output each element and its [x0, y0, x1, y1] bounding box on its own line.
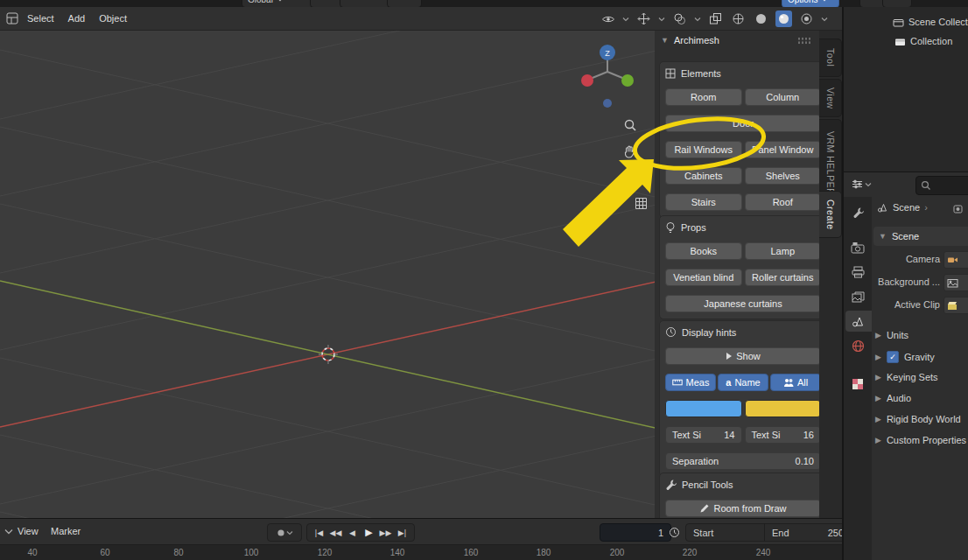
props-title: Props	[681, 222, 706, 233]
tab-create[interactable]: Create	[819, 191, 842, 238]
scene-collection-row[interactable]: Scene Collection	[893, 17, 968, 27]
panel-window-button[interactable]: Panel Window	[745, 141, 820, 158]
japanese-curtains-button[interactable]: Japanese curtains	[665, 295, 819, 312]
door-button[interactable]: Door	[665, 115, 819, 132]
zoom-tool-icon[interactable]	[621, 116, 638, 133]
shading-rendered-icon[interactable]	[798, 10, 815, 27]
render-properties-tab[interactable]	[850, 240, 866, 256]
pencil-icon	[699, 503, 710, 514]
viewport-3d[interactable]: Select Add Object	[0, 7, 842, 518]
venetian-blind-button[interactable]: Venetian blind	[665, 269, 742, 286]
play-button[interactable]: ▶	[361, 525, 377, 540]
gravity-subpanel[interactable]: ▶ ✓ Gravity	[875, 351, 935, 363]
move-view-hand-icon[interactable]	[621, 143, 638, 159]
current-frame-field[interactable]: 1	[600, 523, 671, 542]
auto-keying-button[interactable]	[267, 523, 302, 542]
editor-type-icon[interactable]	[4, 10, 20, 27]
timeline-ruler[interactable]: 40 60 80 100 120 140 160 180 200 220 240	[0, 544, 842, 560]
menu-select[interactable]: Select	[20, 13, 61, 24]
search-input[interactable]	[915, 176, 968, 195]
name-color-swatch[interactable]	[745, 400, 820, 417]
breadcrumb[interactable]: Scene ›	[877, 202, 928, 213]
room-from-draw-button[interactable]: Room from Draw	[665, 500, 819, 517]
chevron-down-icon[interactable]	[622, 17, 629, 22]
texture-properties-tab[interactable]	[850, 376, 866, 392]
shading-solid-icon[interactable]	[753, 10, 769, 27]
active-clip-field[interactable]	[943, 297, 968, 314]
xray-toggle-icon[interactable]	[707, 10, 724, 27]
shading-material-icon[interactable]	[775, 10, 792, 27]
separation-field[interactable]: Separation0.10	[665, 452, 819, 470]
visibility-eye-icon[interactable]	[600, 10, 616, 27]
audio-subpanel[interactable]: ▶Audio	[875, 393, 911, 403]
timeline-menu-view[interactable]: View	[18, 526, 39, 536]
rigid-body-world-subpanel[interactable]: ▶Rigid Body World	[875, 414, 961, 424]
collection-row[interactable]: Collection	[894, 36, 952, 46]
menu-object[interactable]: Object	[92, 13, 134, 24]
jump-to-end-button[interactable]: ▶|	[395, 525, 410, 540]
proportional-edit-widget[interactable]	[387, 0, 422, 7]
stairs-button[interactable]: Stairs	[665, 193, 742, 211]
rail-windows-button[interactable]: Rail Windows	[665, 141, 742, 158]
pin-icon[interactable]	[950, 200, 967, 217]
all-toggle[interactable]: All	[770, 374, 819, 391]
background-field[interactable]	[943, 274, 968, 291]
snap-magnet-widget[interactable]	[340, 0, 392, 7]
chevron-down-icon[interactable]	[821, 17, 828, 22]
chevron-down-icon[interactable]	[865, 182, 872, 187]
world-properties-tab[interactable]	[850, 338, 866, 354]
camera-view-icon[interactable]	[633, 171, 649, 187]
meas-toggle[interactable]: Meas	[665, 374, 716, 391]
archimesh-panel-header[interactable]: ▼ Archimesh	[661, 35, 811, 46]
shading-wireframe-icon[interactable]	[730, 10, 747, 27]
chevron-down-icon[interactable]	[694, 17, 701, 22]
scene-properties-tab[interactable]	[850, 313, 866, 329]
camera-field[interactable]	[943, 251, 968, 269]
show-button[interactable]: Show	[665, 347, 819, 365]
clock-icon	[669, 527, 680, 538]
navigation-gizmo[interactable]: Z	[571, 35, 644, 114]
roof-button[interactable]: Roof	[745, 193, 820, 211]
jump-to-start-button[interactable]: |◀	[312, 525, 327, 540]
ortho-grid-icon[interactable]	[633, 195, 649, 212]
prev-frame-button[interactable]: ◀	[345, 525, 361, 540]
name-toggle[interactable]: a Name	[718, 374, 768, 391]
tool-properties-tab[interactable]	[850, 204, 866, 220]
text-size-field-1[interactable]: Text Si14	[665, 426, 742, 444]
transform-orientation-dropdown[interactable]: Global	[242, 0, 315, 7]
view-layer-properties-tab[interactable]	[850, 289, 866, 304]
options-dropdown[interactable]: Options	[782, 0, 839, 7]
room-button[interactable]: Room	[665, 88, 742, 106]
panel-grip-icon[interactable]	[797, 37, 811, 45]
measure-color-swatch[interactable]	[665, 400, 742, 417]
prev-keyframe-button[interactable]: ◀◀	[328, 525, 344, 540]
units-subpanel[interactable]: ▶Units	[875, 330, 908, 340]
tab-tool[interactable]: Tool	[819, 38, 842, 77]
properties-tab-strip	[844, 197, 872, 560]
editor-type-chevron-icon[interactable]	[4, 528, 13, 535]
editor-type-icon[interactable]	[849, 176, 866, 192]
scene-panel-header[interactable]: ▼ Scene	[873, 227, 968, 246]
timeline-menu-marker[interactable]: Marker	[51, 526, 81, 536]
cabinets-button[interactable]: Cabinets	[665, 167, 742, 185]
keying-sets-subpanel[interactable]: ▶Keying Sets	[875, 372, 938, 382]
column-button[interactable]: Column	[745, 88, 820, 106]
shelves-button[interactable]: Shelves	[745, 167, 820, 185]
lamp-button[interactable]: Lamp	[745, 242, 820, 260]
frame-end-field[interactable]: End250	[764, 523, 842, 542]
menu-add[interactable]: Add	[61, 13, 93, 24]
overlays-icon[interactable]	[671, 10, 688, 27]
output-properties-tab[interactable]	[850, 264, 866, 280]
custom-properties-subpanel[interactable]: ▶Custom Properties	[875, 435, 966, 445]
text-size-field-2[interactable]: Text Si16	[745, 426, 820, 444]
ruler-tick: 240	[748, 548, 778, 557]
books-button[interactable]: Books	[665, 242, 742, 260]
collection-icon	[894, 37, 906, 46]
next-keyframe-button[interactable]: ▶▶	[378, 525, 394, 540]
chevron-down-icon[interactable]	[658, 17, 665, 22]
gizmos-icon[interactable]	[635, 10, 652, 27]
gravity-checkbox[interactable]: ✓	[887, 351, 899, 363]
tab-view[interactable]: View	[819, 79, 842, 117]
outliner-display-widget[interactable]	[882, 0, 912, 7]
roller-curtains-button[interactable]: Roller curtains	[745, 269, 820, 286]
